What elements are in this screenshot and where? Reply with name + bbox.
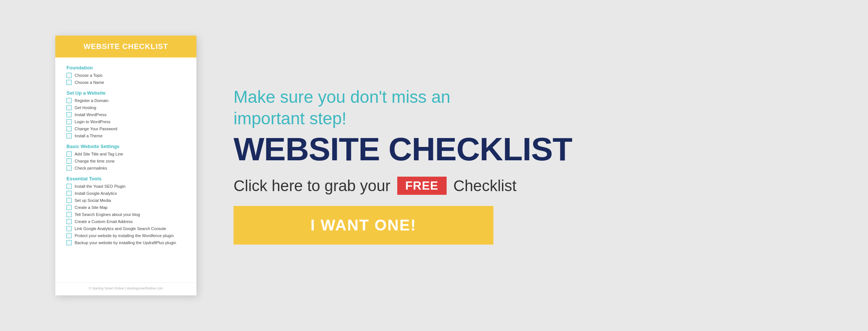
checklist-item: Create a Site Map xyxy=(66,205,185,210)
cta-description: Click here to grab your FREE Checklist xyxy=(234,177,813,195)
checklist-item-label: Tell Search Engines about your blog xyxy=(75,212,140,217)
main-container: WEBSITE CHECKLIST FoundationChoose a Top… xyxy=(26,21,842,310)
checkbox-icon[interactable] xyxy=(66,119,72,124)
checklist-item-label: Install Google Analytics xyxy=(75,191,117,196)
section-title: Basic Website Settings xyxy=(66,144,185,149)
cta-description-after: Checklist xyxy=(453,177,516,195)
checkbox-icon[interactable] xyxy=(66,233,72,238)
checkbox-icon[interactable] xyxy=(66,240,72,245)
checkbox-icon[interactable] xyxy=(66,105,72,110)
checklist-item: Set up Social Media xyxy=(66,198,185,203)
checklist-item: Add Site Title and Tag Line xyxy=(66,151,185,157)
checklist-item: Install WordPress xyxy=(66,112,185,117)
checklist-item: Install Google Analytics xyxy=(66,191,185,196)
checkbox-icon[interactable] xyxy=(66,80,72,85)
card-body: FoundationChoose a TopicChoose a NameSet… xyxy=(55,58,196,282)
checklist-item: Login to WordPress xyxy=(66,119,185,124)
checkbox-icon[interactable] xyxy=(66,98,72,103)
checklist-item: Change Your Password xyxy=(66,126,185,131)
card-header-title: WEBSITE CHECKLIST xyxy=(59,42,193,51)
checkbox-icon[interactable] xyxy=(66,126,72,131)
checklist-item-label: Protect your website by installing the W… xyxy=(75,233,174,238)
cta-description-before: Click here to grab your xyxy=(234,177,391,195)
checkbox-icon[interactable] xyxy=(66,205,72,210)
cta-button[interactable]: I WANT ONE! xyxy=(234,206,493,245)
checklist-item-label: Register a Domain xyxy=(75,98,108,103)
checklist-item: Get Hosting xyxy=(66,105,185,110)
checklist-item: Choose a Name xyxy=(66,80,185,85)
checklist-item-label: Install the Yoast SEO Plugin xyxy=(75,184,125,189)
checkbox-icon[interactable] xyxy=(66,133,72,138)
checkbox-icon[interactable] xyxy=(66,191,72,196)
checklist-item-label: Install WordPress xyxy=(75,112,107,117)
checklist-item: Install the Yoast SEO Plugin xyxy=(66,184,185,189)
checklist-item-label: Change the time zone xyxy=(75,159,115,163)
checklist-item-label: Get Hosting xyxy=(75,105,96,110)
checklist-item: Check permalinks xyxy=(66,166,185,171)
checklist-item-label: Check permalinks xyxy=(75,166,107,170)
checklist-item-label: Login to WordPress xyxy=(75,119,110,124)
checklist-item: Change the time zone xyxy=(66,158,185,164)
cta-subtitle: Make sure you don't miss animportant ste… xyxy=(234,86,813,129)
checklist-item-label: Create a Site Map xyxy=(75,205,108,210)
free-badge: FREE xyxy=(397,177,447,195)
card-header: WEBSITE CHECKLIST xyxy=(55,36,196,58)
checkbox-icon[interactable] xyxy=(66,184,72,189)
section-title: Foundation xyxy=(66,65,185,71)
section-title: Set Up a Website xyxy=(66,90,185,96)
cta-main-title: WEBSITE CHECKLIST xyxy=(234,133,813,166)
checklist-item-label: Backup your website by installing the Up… xyxy=(75,240,176,245)
checkbox-icon[interactable] xyxy=(66,219,72,224)
cta-section: Make sure you don't miss animportant ste… xyxy=(196,86,813,245)
checklist-card: WEBSITE CHECKLIST FoundationChoose a Top… xyxy=(55,36,196,295)
checklist-item: Register a Domain xyxy=(66,98,185,103)
checkbox-icon[interactable] xyxy=(66,166,72,171)
checkbox-icon[interactable] xyxy=(66,158,72,164)
checklist-item: Choose a Topic xyxy=(66,73,185,78)
checklist-item-label: Install a Theme xyxy=(75,134,102,138)
checklist-item: Install a Theme xyxy=(66,133,185,138)
checklist-item: Create a Custom Email Address xyxy=(66,219,185,224)
checkbox-icon[interactable] xyxy=(66,151,72,157)
checklist-item: Tell Search Engines about your blog xyxy=(66,212,185,217)
checkbox-icon[interactable] xyxy=(66,212,72,217)
checkbox-icon[interactable] xyxy=(66,226,72,231)
checklist-item-label: Change Your Password xyxy=(75,127,117,131)
checklist-item-label: Link Google Analytics and Google Search … xyxy=(75,226,166,231)
card-footer: © Starting Smart Online | startingsmartf… xyxy=(55,282,196,295)
checklist-item-label: Choose a Topic xyxy=(75,73,103,78)
checklist-item-label: Create a Custom Email Address xyxy=(75,219,133,224)
checkbox-icon[interactable] xyxy=(66,198,72,203)
checklist-item: Backup your website by installing the Up… xyxy=(66,240,185,245)
checklist-item-label: Choose a Name xyxy=(75,80,104,85)
checklist-item: Link Google Analytics and Google Search … xyxy=(66,226,185,231)
checklist-item-label: Set up Social Media xyxy=(75,198,111,203)
checkbox-icon[interactable] xyxy=(66,73,72,78)
checklist-item: Protect your website by installing the W… xyxy=(66,233,185,238)
section-title: Essential Tools xyxy=(66,176,185,181)
checklist-item-label: Add Site Title and Tag Line xyxy=(75,152,123,156)
checkbox-icon[interactable] xyxy=(66,112,72,117)
